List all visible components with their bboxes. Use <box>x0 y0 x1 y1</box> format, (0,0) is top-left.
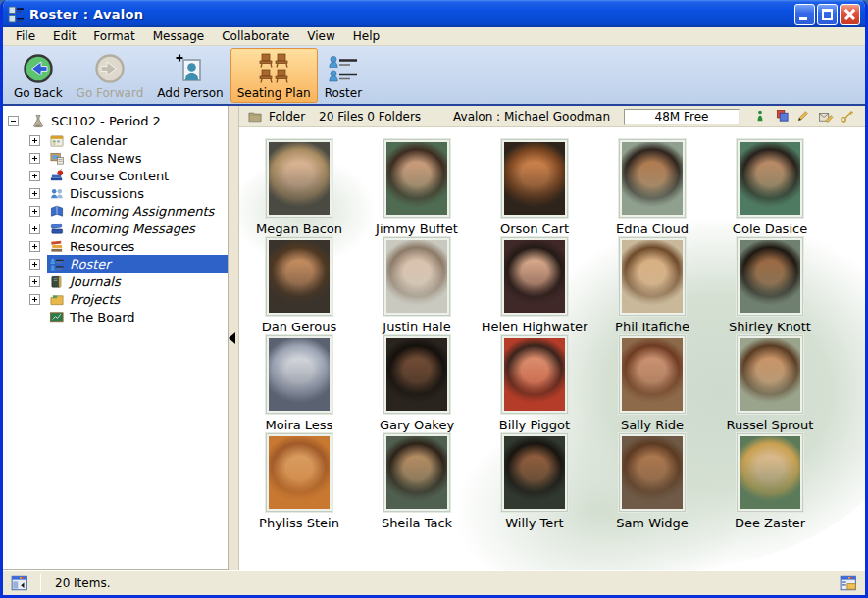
tree-item-discussions[interactable]: Discussions <box>3 184 228 202</box>
tree-item-roster[interactable]: Roster <box>3 255 228 273</box>
student-photo[interactable] <box>619 433 686 512</box>
student-photo[interactable] <box>383 139 450 218</box>
seating-plan-button[interactable]: Seating Plan <box>230 48 318 103</box>
toolbar-button-label: Go Forward <box>77 86 144 100</box>
student-photo[interactable] <box>383 237 450 316</box>
statusbar-divider <box>40 574 41 592</box>
collapse-panel-icon[interactable] <box>229 332 235 344</box>
tree-expander-plus-icon[interactable] <box>29 153 40 164</box>
menu-item-view[interactable]: View <box>298 27 343 45</box>
tree-item-calendar[interactable]: Calendar <box>3 131 228 149</box>
student-item-gary-oakey[interactable]: Gary Oakey <box>358 335 476 433</box>
student-item-willy-tert[interactable]: Willy Tert <box>476 433 593 531</box>
student-photo[interactable] <box>266 237 332 316</box>
student-item-moira-less[interactable]: Moira Less <box>240 335 358 433</box>
student-photo-image <box>622 240 683 313</box>
student-item-sally-ride[interactable]: Sally Ride <box>593 335 711 433</box>
student-photo[interactable] <box>737 335 803 414</box>
tree-item-label: Incoming Assignments <box>70 204 214 219</box>
copy-icon[interactable] <box>775 109 791 125</box>
panel-toggle-right-icon[interactable] <box>840 574 857 592</box>
tree-item-class-news[interactable]: Class News <box>3 149 228 167</box>
menu-item-file[interactable]: File <box>7 27 44 45</box>
student-name-label: Cole Dasice <box>733 222 807 236</box>
student-photo[interactable] <box>619 335 686 414</box>
student-item-jimmy-buffet[interactable]: Jimmy Buffet <box>358 139 476 237</box>
mail-edit-icon[interactable] <box>818 109 834 125</box>
student-photo[interactable] <box>737 237 803 316</box>
toolbar: Go BackGo ForwardAdd PersonSeating PlanR… <box>3 46 865 106</box>
minimize-button[interactable] <box>794 4 815 25</box>
menu-bar: FileEditFormatMessageCollaborateViewHelp <box>3 27 865 46</box>
roster-button[interactable]: Roster <box>318 48 369 103</box>
student-item-dan-gerous[interactable]: Dan Gerous <box>240 237 358 335</box>
student-item-sam-widge[interactable]: Sam Widge <box>593 433 711 531</box>
student-photo[interactable] <box>619 139 686 218</box>
menu-item-collaborate[interactable]: Collaborate <box>213 27 298 45</box>
student-photo[interactable] <box>266 433 332 512</box>
flask-icon <box>30 114 46 128</box>
student-item-shirley-knott[interactable]: Shirley Knott <box>711 237 829 335</box>
tree-expander-plus-icon[interactable] <box>29 171 40 181</box>
student-photo[interactable] <box>266 139 332 218</box>
key-pencil-icon[interactable] <box>840 109 855 125</box>
student-item-helen-highwater[interactable]: Helen Highwater <box>476 237 593 335</box>
tree-expander-minus-icon[interactable] <box>8 116 19 126</box>
maximize-button[interactable] <box>817 4 838 25</box>
resources-icon <box>49 239 65 254</box>
student-photo[interactable] <box>501 335 568 414</box>
student-photo[interactable] <box>737 139 803 218</box>
panel-toggle-left-icon[interactable] <box>11 574 28 592</box>
tree-expander-plus-icon[interactable] <box>29 241 40 252</box>
tree-expander-plus-icon[interactable] <box>29 224 40 234</box>
go-back-button[interactable]: Go Back <box>7 48 70 103</box>
student-photo[interactable] <box>266 335 332 414</box>
student-photo[interactable] <box>501 237 568 316</box>
student-photo[interactable] <box>501 433 568 512</box>
app-window-icon[interactable] <box>8 6 25 23</box>
tree-item-course-content[interactable]: Course Content <box>3 167 228 184</box>
menu-item-edit[interactable]: Edit <box>44 27 84 45</box>
student-item-megan-bacon[interactable]: Megan Bacon <box>240 139 358 237</box>
close-button[interactable] <box>840 4 860 25</box>
student-item-sheila-tack[interactable]: Sheila Tack <box>358 433 476 531</box>
window-title: Roster : Avalon <box>29 7 792 22</box>
tree-item-the-board[interactable]: The Board <box>3 308 228 325</box>
menu-item-help[interactable]: Help <box>344 27 388 45</box>
student-item-phil-itafiche[interactable]: Phil Itafiche <box>593 237 711 335</box>
tree-item-projects[interactable]: Projects <box>3 290 228 308</box>
student-item-dee-zaster[interactable]: Dee Zaster <box>711 433 829 531</box>
student-item-cole-dasice[interactable]: Cole Dasice <box>711 139 829 237</box>
tree-expander-plus-icon[interactable] <box>29 276 40 287</box>
tree-expander-plus-icon[interactable] <box>29 294 40 305</box>
pencil-icon[interactable] <box>796 109 812 125</box>
menu-item-message[interactable]: Message <box>144 27 214 45</box>
tree-expander-plus-icon[interactable] <box>29 135 40 146</box>
student-item-russel-sprout[interactable]: Russel Sprout <box>711 335 829 433</box>
tree-expander-plus-icon[interactable] <box>29 206 40 217</box>
tree-expander-plus-icon[interactable] <box>29 259 40 270</box>
tree-item-incoming-messages[interactable]: Incoming Messages <box>3 220 228 237</box>
student-photo[interactable] <box>383 335 450 414</box>
menu-item-format[interactable]: Format <box>84 27 143 45</box>
student-photo[interactable] <box>737 433 803 512</box>
tree-item-journals[interactable]: Journals <box>3 273 228 290</box>
student-item-billy-piggot[interactable]: Billy Piggot <box>476 335 593 433</box>
tree-item-label: Roster <box>70 257 111 272</box>
tree-item-resources[interactable]: Resources <box>3 237 228 255</box>
student-item-phyliss-stein[interactable]: Phyliss Stein <box>240 433 358 531</box>
tree-expander-plus-icon[interactable] <box>29 188 40 199</box>
student-item-justin-hale[interactable]: Justin Hale <box>358 237 476 335</box>
panel-splitter[interactable] <box>228 106 239 570</box>
student-photo[interactable] <box>619 237 686 316</box>
student-photo[interactable] <box>383 433 450 512</box>
tree-item-sci102-period-2[interactable]: SCI102 - Period 2 <box>3 112 228 129</box>
tree-item-incoming-assignments[interactable]: Incoming Assignments <box>3 202 228 220</box>
tree-item-label: Course Content <box>70 169 169 183</box>
student-item-orson-cart[interactable]: Orson Cart <box>476 139 593 237</box>
add-person-button[interactable]: Add Person <box>150 48 230 103</box>
student-name-label: Sally Ride <box>621 418 684 432</box>
student-photo[interactable] <box>501 139 568 218</box>
student-item-edna-cloud[interactable]: Edna Cloud <box>593 139 711 237</box>
person-icon[interactable] <box>753 109 769 125</box>
